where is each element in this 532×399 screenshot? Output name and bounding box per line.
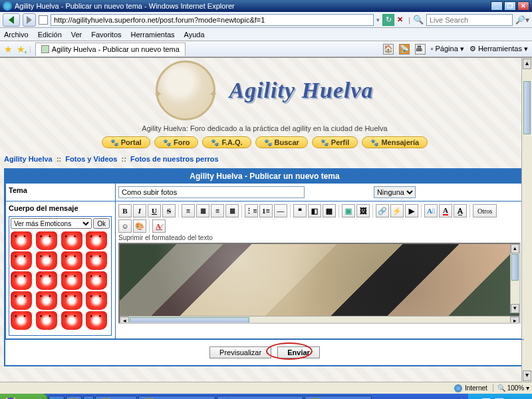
submit-button[interactable]: Enviar xyxy=(277,346,320,358)
security-zone[interactable]: Internet xyxy=(454,384,487,392)
font-button[interactable]: A̲ xyxy=(454,204,467,217)
flash-button[interactable]: ⚡ xyxy=(390,204,404,217)
refresh-button[interactable]: ↻ xyxy=(382,14,394,26)
emoticon[interactable] xyxy=(61,251,82,270)
menu-help[interactable]: Ayuda xyxy=(184,31,205,39)
image-button[interactable]: 🖼 xyxy=(356,204,370,217)
search-input[interactable] xyxy=(426,14,513,26)
quicklaunch-icon[interactable] xyxy=(66,396,82,399)
add-favorite-icon[interactable]: ★+ xyxy=(17,44,25,55)
feed-icon[interactable]: 📡 xyxy=(399,44,410,55)
fontsize-button[interactable]: A͇ xyxy=(424,204,438,217)
start-button[interactable]: Inicio xyxy=(0,394,48,399)
back-button[interactable] xyxy=(3,13,20,27)
taskbar-item-paint[interactable]: subir5 - Paint xyxy=(305,396,372,399)
emoticons-select[interactable]: Ver más Emoticons xyxy=(11,218,92,229)
emoticon[interactable] xyxy=(36,291,57,310)
emoticon[interactable] xyxy=(36,251,57,270)
breadcrumb-root[interactable]: Agility Huelva xyxy=(4,155,53,163)
emoticon[interactable] xyxy=(11,251,32,270)
preview-button[interactable]: Previsualizar xyxy=(209,346,271,358)
address-input[interactable] xyxy=(51,14,374,26)
nav-portal[interactable]: 🐾Portal xyxy=(102,136,150,148)
toggle-mode-button[interactable]: A⁄ xyxy=(152,219,166,233)
favorites-star-icon[interactable]: ★ xyxy=(4,44,13,55)
video-button[interactable]: ▶ xyxy=(405,204,418,217)
align-center-button[interactable]: ≣ xyxy=(196,204,209,217)
image-host-button[interactable]: ▣ xyxy=(342,204,355,217)
link-button[interactable]: 🔗 xyxy=(376,204,389,217)
stop-button[interactable]: ✕ xyxy=(397,15,403,24)
code-button[interactable]: ◧ xyxy=(308,204,321,217)
browser-tab[interactable]: Agility Huelva - Publicar un nuevo tema xyxy=(35,43,186,56)
system-tray[interactable]: « 16:21 xyxy=(468,394,532,399)
bold-button[interactable]: B xyxy=(118,204,132,217)
close-button[interactable]: ✕ xyxy=(517,1,529,11)
home-icon[interactable]: 🏠 xyxy=(383,44,394,55)
underline-button[interactable]: U xyxy=(148,204,161,217)
emoticon[interactable] xyxy=(86,311,107,330)
search-dropdown[interactable]: 🔎▾ xyxy=(515,15,529,25)
emoticon[interactable] xyxy=(36,231,57,250)
taskbar-item-docs[interactable]: Mis documentos xyxy=(138,396,215,399)
emoticon[interactable] xyxy=(11,271,32,290)
align-left-button[interactable]: ≡ xyxy=(182,204,195,217)
menu-edit[interactable]: Edición xyxy=(38,31,62,39)
hr-button[interactable]: — xyxy=(274,204,287,217)
emoticon[interactable] xyxy=(86,271,107,290)
editor-vscroll[interactable]: ▴▾ xyxy=(510,244,519,313)
others-button[interactable]: Otros xyxy=(473,204,497,217)
list-ul-button[interactable]: ⋮≡ xyxy=(245,204,258,217)
nav-buscar[interactable]: 🐾Buscar xyxy=(255,136,308,148)
nav-faq[interactable]: 🐾F.A.Q. xyxy=(202,136,251,148)
emoticon[interactable] xyxy=(61,311,82,330)
emoticon[interactable] xyxy=(11,231,32,250)
align-right-button[interactable]: ≡ xyxy=(211,204,224,217)
emoticon[interactable] xyxy=(61,231,82,250)
emoticon[interactable] xyxy=(86,251,107,270)
italic-button[interactable]: I xyxy=(133,204,146,217)
menu-tools[interactable]: Herramientas xyxy=(131,31,175,39)
emoticon[interactable] xyxy=(86,231,107,250)
nav-perfil[interactable]: 🐾Perfil xyxy=(312,136,358,148)
emoticon[interactable] xyxy=(36,311,57,330)
emoticon[interactable] xyxy=(61,291,82,310)
menu-file[interactable]: Archivo xyxy=(4,31,29,39)
quicklaunch-icon[interactable] xyxy=(49,396,65,399)
suppress-format-link[interactable]: Suprimir el formateado del texto xyxy=(118,234,521,241)
forward-button[interactable] xyxy=(23,13,36,27)
emoticon[interactable] xyxy=(36,271,57,290)
zoom-control[interactable]: 🔍 100% ▾ xyxy=(493,384,529,392)
table-button[interactable]: ▦ xyxy=(323,204,336,217)
menu-view[interactable]: Ver xyxy=(71,31,82,39)
align-justify-button[interactable]: ≣ xyxy=(225,204,239,217)
list-ol-button[interactable]: 1≡ xyxy=(259,204,273,217)
emoji-button[interactable]: ☺ xyxy=(118,219,132,233)
minimize-button[interactable]: _ xyxy=(491,1,503,11)
emoticons-ok-button[interactable]: Ok xyxy=(93,218,110,229)
emoticon[interactable] xyxy=(11,291,32,310)
editor-body[interactable]: ▴▾ ◂▸ xyxy=(118,243,521,324)
fontcolor-button[interactable]: A xyxy=(439,204,452,217)
taskbar-item-fotos[interactable]: Fotos xyxy=(95,396,138,399)
quicklaunch-chevron[interactable]: » xyxy=(83,396,94,399)
subject-type-select[interactable]: Ninguna xyxy=(374,186,416,198)
nav-foro[interactable]: 🐾Foro xyxy=(154,136,198,148)
emoticon[interactable] xyxy=(86,291,107,310)
strike-button[interactable]: S xyxy=(162,204,176,217)
breadcrumb-forum[interactable]: Fotos de nuestros perros xyxy=(130,155,219,163)
nav-mensajeria[interactable]: 🐾Mensajería xyxy=(362,136,428,148)
tools-menu[interactable]: ⚙ Herramientas ▾ xyxy=(469,45,528,53)
quote-button[interactable]: ❝ xyxy=(293,204,307,217)
editor-hscroll[interactable]: ◂▸ xyxy=(120,316,519,324)
emoticon[interactable] xyxy=(61,271,82,290)
menu-favorites[interactable]: Favoritos xyxy=(91,31,121,39)
subject-input[interactable] xyxy=(118,186,305,198)
emoticon[interactable] xyxy=(11,311,32,330)
page-menu[interactable]: ▫ Página ▾ xyxy=(431,45,464,53)
print-icon[interactable]: 🖶 xyxy=(415,44,426,55)
palette-button[interactable]: 🎨 xyxy=(133,219,146,233)
page-scrollbar[interactable]: ▴ ▾ xyxy=(521,58,532,382)
breadcrumb-cat[interactable]: Fotos y Videos xyxy=(65,155,117,163)
taskbar-item-ie[interactable]: Agility Huelva - Public... xyxy=(217,396,303,399)
